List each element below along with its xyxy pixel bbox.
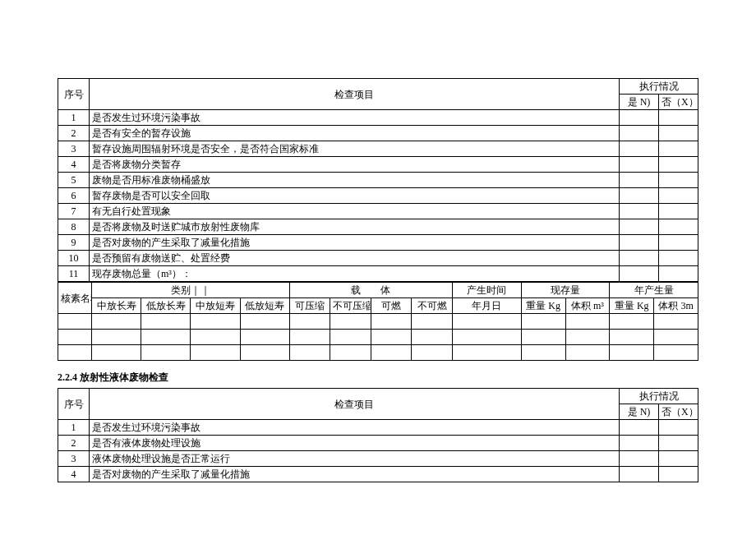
carrier-sub: 可燃 bbox=[371, 298, 411, 314]
table-row: 1是否发生过环境污染事故 bbox=[58, 110, 698, 126]
nuclide-row bbox=[58, 330, 698, 345]
nuclide-table: 核素名称 类别｜｜ 载 体 产生时间 现存量 年产生量 中放长寿 低放长寿 中放… bbox=[58, 282, 698, 361]
cat-sub: 低放短寿 bbox=[240, 298, 289, 314]
cell-no bbox=[659, 219, 698, 235]
cat-sub: 低放长寿 bbox=[141, 298, 191, 314]
table-header-row: 序号 检查项目 执行情况 bbox=[58, 79, 698, 95]
carrier-sub: 不可压缩 bbox=[330, 298, 371, 314]
table-row: 2是否有安全的暂存设施 bbox=[58, 126, 698, 141]
row-item: 废物是否用标准废物桶盛放 bbox=[90, 173, 620, 188]
cell-yes bbox=[620, 188, 659, 204]
row-no: 2 bbox=[58, 436, 90, 451]
table-row: 3液体废物处理设施是否正常运行 bbox=[58, 451, 698, 467]
nuclide-row bbox=[58, 314, 698, 330]
cell-no bbox=[659, 110, 698, 126]
carrier-sub: 不可燃 bbox=[412, 298, 452, 314]
row-no: 1 bbox=[58, 420, 90, 436]
row-item: 是否有液体废物处理设施 bbox=[90, 436, 620, 451]
row-no: 8 bbox=[58, 219, 90, 235]
cell-yes bbox=[620, 451, 659, 467]
cat-sub: 中放长寿 bbox=[91, 298, 141, 314]
cell-no bbox=[659, 204, 698, 219]
table-row: 7有无自行处置现象 bbox=[58, 204, 698, 219]
col-header-annual: 年产生量 bbox=[610, 283, 698, 298]
stock-sub: 体积 m³ bbox=[565, 298, 610, 314]
row-no: 7 bbox=[58, 204, 90, 219]
cell-yes bbox=[620, 204, 659, 219]
cell-no bbox=[659, 451, 698, 467]
col-header-yes: 是 N) bbox=[620, 404, 659, 420]
row-no: 1 bbox=[58, 110, 90, 126]
cell-yes bbox=[620, 235, 659, 251]
col-header-carrier: 载 体 bbox=[289, 283, 452, 298]
row-item: 是否预留有废物送贮、处置经费 bbox=[90, 251, 620, 266]
row-item: 是否发生过环境污染事故 bbox=[90, 110, 620, 126]
row-no: 11 bbox=[58, 266, 90, 282]
row-no: 4 bbox=[58, 157, 90, 173]
col-header-item: 检查项目 bbox=[90, 389, 620, 420]
cell-yes bbox=[620, 436, 659, 451]
cell-no bbox=[659, 420, 698, 436]
col-header-stock: 现存量 bbox=[521, 283, 610, 298]
col-header-nocol: 否（X） bbox=[659, 95, 698, 110]
cell-no bbox=[659, 157, 698, 173]
cell-yes bbox=[620, 219, 659, 235]
table-row: 11现存废物总量（m³）： bbox=[58, 266, 698, 282]
col-header-no: 序号 bbox=[58, 79, 90, 110]
row-no: 2 bbox=[58, 126, 90, 141]
cell-no bbox=[659, 235, 698, 251]
table-row: 6暂存废物是否可以安全回取 bbox=[58, 188, 698, 204]
row-no: 3 bbox=[58, 451, 90, 467]
table-row: 8是否将废物及时送贮城市放射性废物库 bbox=[58, 219, 698, 235]
col-header-time: 产生时间 bbox=[452, 283, 521, 298]
checklist-table-1: 序号 检查项目 执行情况 是 N) 否（X） 1是否发生过环境污染事故 2是否有… bbox=[58, 78, 698, 282]
row-item: 是否发生过环境污染事故 bbox=[90, 420, 620, 436]
nuclide-header-row-2: 中放长寿 低放长寿 中放短寿 低放短寿 可压缩 不可压缩 可燃 不可燃 年月日 … bbox=[58, 298, 698, 314]
cell-no bbox=[659, 126, 698, 141]
table-row: 3暂存设施周围辐射环境是否安全，是否符合国家标准 bbox=[58, 141, 698, 157]
table-row: 2是否有液体废物处理设施 bbox=[58, 436, 698, 451]
table-row: 5废物是否用标准废物桶盛放 bbox=[58, 173, 698, 188]
col-header-nuclide: 核素名称 bbox=[58, 283, 92, 314]
col-header-nocol: 否（X） bbox=[659, 404, 698, 420]
row-item: 是否将废物及时送贮城市放射性废物库 bbox=[90, 219, 620, 235]
cell-no bbox=[659, 251, 698, 266]
annual-sub: 体积 3m bbox=[654, 298, 698, 314]
row-no: 5 bbox=[58, 173, 90, 188]
nuclide-row bbox=[58, 345, 698, 361]
table-row: 10是否预留有废物送贮、处置经费 bbox=[58, 251, 698, 266]
col-header-yes: 是 N) bbox=[620, 95, 659, 110]
table-row: 4是否将废物分类暂存 bbox=[58, 157, 698, 173]
col-header-exec: 执行情况 bbox=[620, 389, 698, 404]
cell-yes bbox=[620, 110, 659, 126]
cell-yes bbox=[620, 266, 659, 282]
cell-no bbox=[659, 173, 698, 188]
stock-sub: 重量 Kg bbox=[521, 298, 565, 314]
cell-no bbox=[659, 467, 698, 482]
checklist-table-2: 序号 检查项目 执行情况 是 N) 否（X） 1是否发生过环境污染事故 2是否有… bbox=[58, 388, 698, 482]
row-item: 暂存设施周围辐射环境是否安全，是否符合国家标准 bbox=[90, 141, 620, 157]
cell-yes bbox=[620, 467, 659, 482]
nuclide-header-row-1: 核素名称 类别｜｜ 载 体 产生时间 现存量 年产生量 bbox=[58, 283, 698, 298]
cell-yes bbox=[620, 157, 659, 173]
cell-no bbox=[659, 141, 698, 157]
row-item: 是否有安全的暂存设施 bbox=[90, 126, 620, 141]
cell-no bbox=[659, 188, 698, 204]
annual-sub: 重量 Kg bbox=[610, 298, 654, 314]
table-row: 4是否对废物的产生采取了减量化措施 bbox=[58, 467, 698, 482]
row-item: 液体废物处理设施是否正常运行 bbox=[90, 451, 620, 467]
row-item: 是否将废物分类暂存 bbox=[90, 157, 620, 173]
row-no: 9 bbox=[58, 235, 90, 251]
row-item: 是否对废物的产生采取了减量化措施 bbox=[90, 235, 620, 251]
row-item: 有无自行处置现象 bbox=[90, 204, 620, 219]
cell-yes bbox=[620, 126, 659, 141]
row-item: 暂存废物是否可以安全回取 bbox=[90, 188, 620, 204]
col-header-category: 类别｜｜ bbox=[91, 283, 289, 298]
row-item: 现存废物总量（m³）： bbox=[90, 266, 620, 282]
row-no: 3 bbox=[58, 141, 90, 157]
row-item: 是否对废物的产生采取了减量化措施 bbox=[90, 467, 620, 482]
row-no: 4 bbox=[58, 467, 90, 482]
cell-yes bbox=[620, 173, 659, 188]
cell-yes bbox=[620, 251, 659, 266]
table-header-row: 序号 检查项目 执行情况 bbox=[58, 389, 698, 404]
